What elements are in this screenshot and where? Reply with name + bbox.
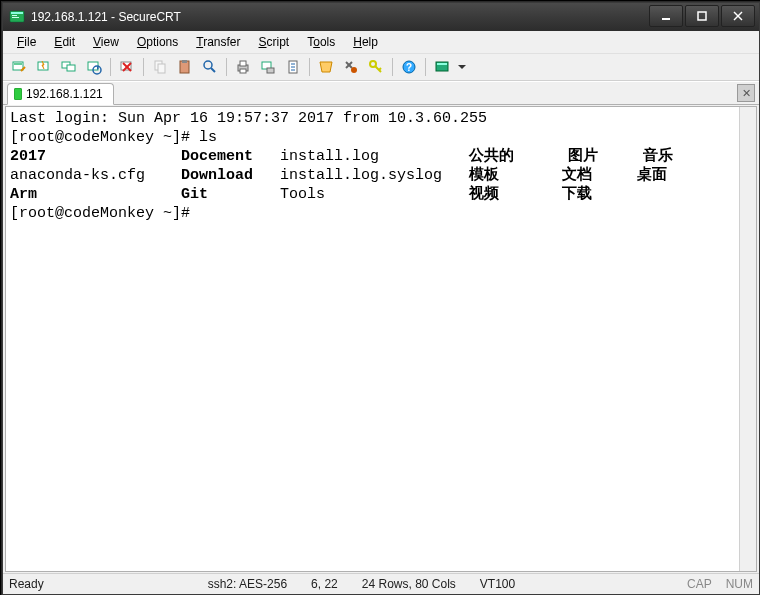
minimize-button[interactable] [649,5,683,27]
svg-rect-2 [12,15,17,16]
menu-tools[interactable]: Tools [299,33,343,51]
status-num: NUM [726,577,753,591]
log-icon[interactable] [281,55,305,79]
svg-rect-5 [698,12,706,20]
svg-line-38 [379,68,381,70]
menu-view[interactable]: View [85,33,127,51]
copy-icon[interactable] [148,55,172,79]
separator [143,58,144,76]
separator [392,58,393,76]
dropdown-icon[interactable] [455,55,469,79]
menu-edit[interactable]: Edit [46,33,83,51]
svg-point-35 [351,67,357,73]
svg-rect-21 [182,60,187,63]
svg-rect-26 [240,69,246,73]
separator [309,58,310,76]
connect-tab-icon[interactable] [57,55,81,79]
tab-close-button[interactable]: ✕ [737,84,755,102]
connect-icon[interactable] [7,55,31,79]
svg-rect-1 [11,12,23,14]
svg-rect-3 [12,17,19,18]
screen-icon[interactable] [430,55,454,79]
window-controls [649,5,755,27]
window: 192.168.1.121 - SecureCRT File Edit View… [2,2,760,595]
print-icon[interactable] [231,55,255,79]
separator [110,58,111,76]
session-tab[interactable]: 192.168.1.121 [7,83,114,105]
menu-help[interactable]: Help [345,33,386,51]
quick-connect-icon[interactable] [32,55,56,79]
svg-rect-19 [158,64,165,73]
status-termtype: VT100 [480,577,515,591]
settings-icon[interactable] [339,55,363,79]
key-icon[interactable] [364,55,388,79]
tab-label: 192.168.1.121 [26,87,103,101]
close-button[interactable] [721,5,755,27]
svg-text:?: ? [406,62,412,73]
titlebar[interactable]: 192.168.1.121 - SecureCRT [3,3,759,31]
status-cap: CAP [687,577,712,591]
scrollbar[interactable] [739,107,756,571]
menu-script[interactable]: Script [251,33,298,51]
statusbar: Ready ssh2: AES-256 6, 22 24 Rows, 80 Co… [3,573,759,594]
menu-file[interactable]: File [9,33,44,51]
properties-icon[interactable] [314,55,338,79]
terminal[interactable]: Last login: Sun Apr 16 19:57:37 2017 fro… [5,106,757,572]
connection-led-icon [14,88,22,100]
svg-line-23 [211,68,215,72]
terminal-output: Last login: Sun Apr 16 19:57:37 2017 fro… [6,107,756,225]
find-icon[interactable] [198,55,222,79]
window-title: 192.168.1.121 - SecureCRT [31,10,181,24]
svg-rect-9 [14,63,22,65]
paste-icon[interactable] [173,55,197,79]
svg-rect-28 [267,68,274,73]
menu-transfer[interactable]: Transfer [188,33,248,51]
status-encryption: ssh2: AES-256 [208,577,287,591]
menubar: File Edit View Options Transfer Script T… [3,31,759,54]
status-ready: Ready [9,577,44,591]
svg-rect-25 [240,61,246,66]
menu-options[interactable]: Options [129,33,186,51]
maximize-button[interactable] [685,5,719,27]
help-icon[interactable]: ? [397,55,421,79]
tabbar: 192.168.1.121 ✕ [3,81,759,105]
svg-rect-12 [67,65,75,71]
disconnect-icon[interactable] [115,55,139,79]
reconnect-icon[interactable] [82,55,106,79]
toolbar: ? [3,54,759,81]
svg-rect-42 [437,63,447,65]
svg-rect-4 [662,18,670,20]
status-size: 24 Rows, 80 Cols [362,577,456,591]
app-icon [9,9,25,25]
separator [425,58,426,76]
status-cursor: 6, 22 [311,577,338,591]
svg-point-22 [204,61,212,69]
separator [226,58,227,76]
print-screen-icon[interactable] [256,55,280,79]
